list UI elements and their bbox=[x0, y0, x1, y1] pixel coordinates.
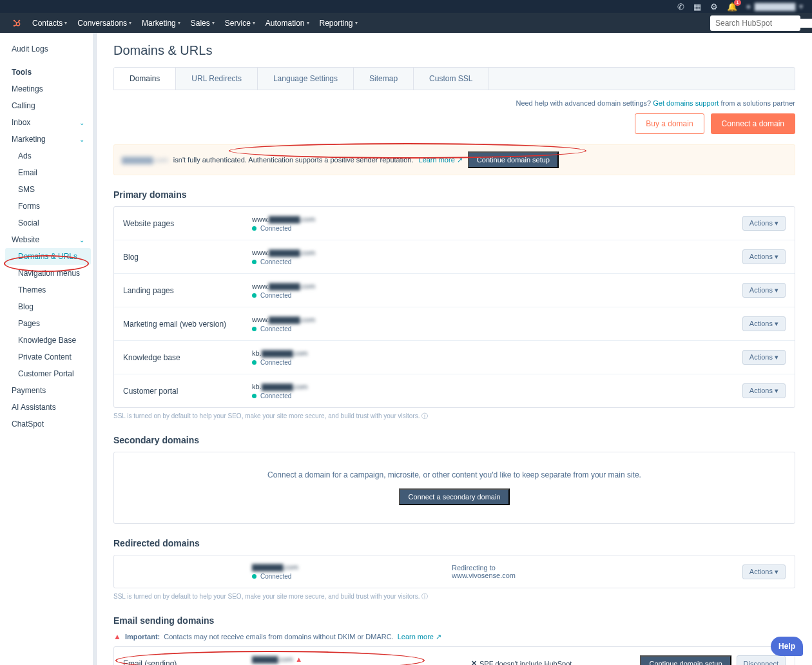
primary-domain-row: Website pageswww.▇▇▇▇▇▇.comConnectedActi… bbox=[114, 207, 795, 240]
nav-sales[interactable]: Sales▾ bbox=[191, 19, 215, 28]
sidebar-website[interactable]: Website⌄ bbox=[0, 231, 96, 248]
primary-domain-row: Knowledge basekb.▇▇▇▇▇▇.comConnectedActi… bbox=[114, 341, 795, 374]
disconnect-button[interactable]: Disconnect bbox=[737, 655, 786, 666]
continue-domain-setup-button[interactable]: Continue domain setup bbox=[468, 151, 559, 168]
chevron-down-icon: ⌄ bbox=[79, 119, 84, 126]
buy-domain-button[interactable]: Buy a domain bbox=[635, 113, 704, 134]
status-dot-icon bbox=[252, 293, 256, 298]
nav-contacts[interactable]: Contacts▾ bbox=[32, 19, 67, 28]
warning-icon: ▲ bbox=[295, 655, 302, 663]
nav-conversations[interactable]: Conversations▾ bbox=[77, 19, 131, 28]
account-menu[interactable]: ●▇▇▇▇▇▇▇ ▾ bbox=[746, 2, 803, 11]
sidebar-pages[interactable]: Pages bbox=[0, 315, 96, 332]
sidebar-meetings[interactable]: Meetings bbox=[0, 81, 96, 97]
sidebar-social[interactable]: Social bbox=[0, 215, 96, 231]
sidebar-payments[interactable]: Payments bbox=[0, 382, 96, 399]
notifications-icon[interactable]: 🔔1 bbox=[727, 2, 737, 12]
status-dot-icon bbox=[252, 260, 256, 264]
sidebar-email[interactable]: Email bbox=[0, 164, 96, 181]
nav-service[interactable]: Service▾ bbox=[225, 19, 255, 28]
sidebar-audit-logs[interactable]: Audit Logs bbox=[0, 41, 96, 57]
status-dot-icon bbox=[252, 226, 256, 231]
redirected-domain: ▇▇▇▇▇▇.com bbox=[252, 563, 452, 572]
nav-reporting[interactable]: Reporting▾ bbox=[320, 19, 358, 28]
sidebar-private-content[interactable]: Private Content bbox=[0, 349, 96, 365]
settings-sidebar: Audit Logs Tools Meetings Calling Inbox⌄… bbox=[0, 33, 97, 665]
get-domains-support-link[interactable]: Get domains support bbox=[653, 99, 719, 107]
tab-domains[interactable]: Domains bbox=[114, 68, 176, 90]
ssl-note: SSL is turned on by default to help your… bbox=[113, 412, 795, 421]
actions-button[interactable]: Actions ▾ bbox=[742, 216, 786, 231]
warning-icon: ▲ bbox=[113, 632, 121, 641]
ssl-note: SSL is turned on by default to help your… bbox=[113, 592, 795, 601]
status-dot-icon bbox=[252, 394, 256, 398]
top-icon-bar: ✆ ▦ ⚙ 🔔1 ●▇▇▇▇▇▇▇ ▾ bbox=[0, 0, 812, 13]
chevron-down-icon: ⌄ bbox=[79, 236, 84, 244]
tab-language-settings[interactable]: Language Settings bbox=[258, 68, 354, 90]
sidebar-navigation-menus[interactable]: Navigation menus bbox=[0, 265, 96, 282]
learn-more-link[interactable]: Learn more ↗ bbox=[419, 156, 463, 164]
external-link-icon: ↗ bbox=[436, 633, 441, 641]
email-domains-panel: Email (sending) ▇▇▇▇▇.com ▲ Partially au… bbox=[113, 646, 795, 665]
primary-domain-row: Marketing email (web version)www.▇▇▇▇▇▇.… bbox=[114, 307, 795, 341]
actions-button[interactable]: Actions ▾ bbox=[742, 283, 786, 298]
primary-domain-row: Customer portalkb.▇▇▇▇▇▇.comConnectedAct… bbox=[114, 374, 795, 407]
sidebar-domains-urls[interactable]: Domains & URLs bbox=[5, 248, 91, 265]
sidebar-calling[interactable]: Calling bbox=[0, 97, 96, 114]
continue-domain-setup-button[interactable]: Continue domain setup bbox=[640, 655, 731, 666]
secondary-domains-panel: Connect a domain for a campaign, microsi… bbox=[113, 452, 795, 524]
sidebar-blog[interactable]: Blog bbox=[0, 298, 96, 315]
content-type-label: Marketing email (web version) bbox=[123, 320, 252, 329]
tab-custom-ssl[interactable]: Custom SSL bbox=[414, 68, 488, 90]
help-line: Need help with advanced domain settings?… bbox=[113, 99, 795, 107]
content-type-label: Landing pages bbox=[123, 286, 252, 295]
settings-icon[interactable]: ⚙ bbox=[710, 2, 718, 12]
info-icon[interactable]: ⓘ bbox=[421, 593, 428, 600]
actions-button[interactable]: Actions ▾ bbox=[742, 249, 786, 264]
tabs: Domains URL Redirects Language Settings … bbox=[113, 67, 795, 90]
sidebar-tools-header: Tools bbox=[0, 57, 96, 81]
learn-more-link[interactable]: Learn more ↗ bbox=[398, 633, 441, 641]
x-icon: ✕ bbox=[471, 659, 477, 665]
sidebar-sms[interactable]: SMS bbox=[0, 181, 96, 198]
nav-automation[interactable]: Automation▾ bbox=[266, 19, 309, 28]
primary-domains-panel: Website pageswww.▇▇▇▇▇▇.comConnectedActi… bbox=[113, 206, 795, 408]
actions-button[interactable]: Actions ▾ bbox=[742, 316, 786, 331]
help-button[interactable]: Help bbox=[771, 637, 803, 656]
search-input[interactable] bbox=[715, 19, 812, 28]
sidebar-chatspot[interactable]: ChatSpot bbox=[0, 416, 96, 432]
sidebar-inbox[interactable]: Inbox⌄ bbox=[0, 114, 96, 131]
actions-button[interactable]: Actions ▾ bbox=[742, 564, 786, 579]
chevron-down-icon: ⌄ bbox=[79, 136, 84, 143]
email-sending-label: Email (sending) bbox=[123, 659, 252, 666]
alert-domain: ▇▇▇▇▇▇.com bbox=[122, 156, 168, 164]
info-icon[interactable]: ⓘ bbox=[421, 412, 428, 419]
sidebar-forms[interactable]: Forms bbox=[0, 198, 96, 215]
secondary-domains-heading: Secondary domains bbox=[113, 435, 795, 445]
external-link-icon: ↗ bbox=[457, 156, 463, 164]
status-dot-icon bbox=[252, 360, 256, 365]
sidebar-ai-assistants[interactable]: AI Assistants bbox=[0, 399, 96, 416]
tab-sitemap[interactable]: Sitemap bbox=[354, 68, 414, 90]
global-search[interactable]: 🔍 bbox=[710, 15, 800, 31]
main-nav: Contacts▾ Conversations▾ Marketing▾ Sale… bbox=[0, 13, 812, 33]
sidebar-customer-portal[interactable]: Customer Portal bbox=[0, 365, 96, 382]
sidebar-ads[interactable]: Ads bbox=[0, 148, 96, 164]
page-title: Domains & URLs bbox=[113, 43, 795, 58]
sidebar-themes[interactable]: Themes bbox=[0, 282, 96, 298]
primary-domain-row: Landing pageswww.▇▇▇▇▇▇.comConnectedActi… bbox=[114, 274, 795, 307]
sidebar-knowledge-base[interactable]: Knowledge Base bbox=[0, 332, 96, 349]
connect-domain-button[interactable]: Connect a domain bbox=[711, 113, 795, 134]
sidebar-marketing[interactable]: Marketing⌄ bbox=[0, 131, 96, 148]
hubspot-logo-icon[interactable] bbox=[12, 18, 22, 28]
marketplace-icon[interactable]: ▦ bbox=[693, 2, 701, 12]
status-dot-icon bbox=[252, 574, 256, 579]
nav-marketing[interactable]: Marketing▾ bbox=[142, 19, 180, 28]
calling-icon[interactable]: ✆ bbox=[677, 2, 684, 12]
actions-button[interactable]: Actions ▾ bbox=[742, 383, 786, 398]
redirected-domains-panel: ▇▇▇▇▇▇.com Connected Redirecting to www.… bbox=[113, 555, 795, 588]
auth-alert: ▇▇▇▇▇▇.com isn't fully authenticated. Au… bbox=[113, 144, 795, 175]
actions-button[interactable]: Actions ▾ bbox=[742, 350, 786, 365]
connect-secondary-domain-button[interactable]: Connect a secondary domain bbox=[399, 488, 509, 505]
tab-url-redirects[interactable]: URL Redirects bbox=[176, 68, 258, 90]
